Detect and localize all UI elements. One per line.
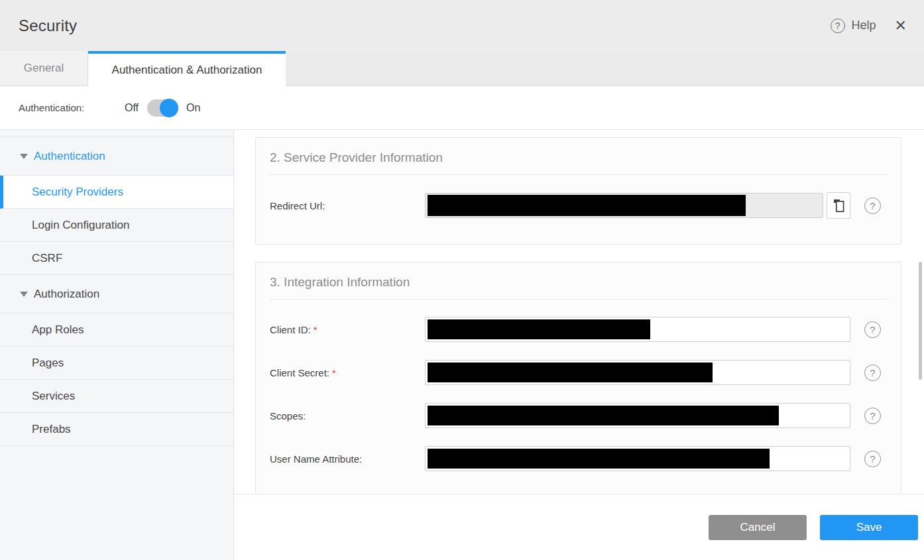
help-button[interactable]: ? Help bbox=[831, 19, 876, 33]
section-title: 2. Service Provider Information bbox=[270, 138, 887, 165]
chevron-down-icon bbox=[20, 154, 28, 159]
copy-icon bbox=[833, 199, 844, 213]
field-label: Scopes: bbox=[270, 410, 425, 421]
tab-general[interactable]: General bbox=[0, 51, 88, 85]
chevron-down-icon bbox=[20, 292, 28, 297]
field-label: Client ID:* bbox=[270, 324, 425, 335]
sidebar-list: Authentication Security Providers Login … bbox=[0, 137, 233, 446]
section-divider bbox=[270, 299, 887, 300]
text-input[interactable] bbox=[425, 360, 850, 385]
redacted-value bbox=[428, 449, 770, 469]
field-label: Client Secret:* bbox=[270, 367, 425, 378]
save-button[interactable]: Save bbox=[820, 515, 918, 540]
sidebar: Authentication Security Providers Login … bbox=[0, 130, 234, 560]
footer-bar: Cancel Save bbox=[234, 494, 924, 560]
sidebar-item-authorization[interactable]: Authorization bbox=[0, 275, 233, 313]
redacted-value bbox=[428, 195, 746, 216]
redacted-value bbox=[428, 363, 713, 382]
section-fields: Redirect Url: ? bbox=[270, 192, 887, 219]
sidebar-item-label: Authentication bbox=[34, 150, 105, 163]
sidebar-item-label: App Roles bbox=[32, 323, 84, 337]
form-field-row: Redirect Url: ? bbox=[270, 192, 887, 219]
sidebar-item-authentication[interactable]: Authentication bbox=[0, 137, 233, 176]
sidebar-item-label: Login Configuration bbox=[32, 219, 129, 232]
redacted-value bbox=[428, 319, 650, 339]
security-dialog: Security ? Help ✕ General Authentication… bbox=[0, 0, 924, 560]
field-help-icon[interactable]: ? bbox=[864, 408, 881, 424]
form-field-row: Client ID:* ? bbox=[270, 317, 887, 342]
cancel-button[interactable]: Cancel bbox=[709, 515, 807, 540]
sidebar-item-security-providers[interactable]: Security Providers bbox=[0, 176, 233, 209]
form-field-row: User Name Attribute: ? bbox=[270, 446, 887, 471]
sidebar-item-csrf[interactable]: CSRF bbox=[0, 242, 233, 275]
sidebar-item-pages[interactable]: Pages bbox=[0, 347, 233, 380]
sidebar-item-label: Prefabs bbox=[32, 423, 71, 436]
field-help-icon[interactable]: ? bbox=[864, 364, 881, 381]
sidebar-item-services[interactable]: Services bbox=[0, 380, 233, 413]
field-help-icon[interactable]: ? bbox=[864, 451, 881, 467]
sidebar-item-prefabs[interactable]: Prefabs bbox=[0, 413, 233, 446]
section-fields: Client ID:* ? Client Secret:* ? Scopes: … bbox=[270, 317, 887, 471]
required-asterisk: * bbox=[332, 367, 336, 378]
settings-scroll-area: 2. Service Provider Information Redirect… bbox=[234, 130, 924, 494]
sidebar-item-label: Services bbox=[32, 390, 75, 403]
tab-authentication-authorization[interactable]: Authentication & Authorization bbox=[88, 51, 286, 86]
copy-button[interactable] bbox=[827, 192, 850, 219]
authentication-toggle-label: Authentication: bbox=[19, 102, 125, 113]
required-asterisk: * bbox=[314, 324, 318, 335]
sidebar-item-label: Authorization bbox=[34, 288, 99, 301]
authentication-toggle-row: Authentication: Off On bbox=[0, 86, 924, 130]
field-help-icon[interactable]: ? bbox=[864, 321, 881, 338]
form-field-row: Scopes: ? bbox=[270, 403, 887, 428]
tab-bar: General Authentication & Authorization bbox=[0, 51, 924, 86]
sidebar-item-login-configuration[interactable]: Login Configuration bbox=[0, 209, 233, 242]
question-circle-icon: ? bbox=[831, 19, 845, 33]
field-help-icon[interactable]: ? bbox=[864, 197, 881, 214]
text-input[interactable] bbox=[425, 446, 850, 471]
settings-section: 2. Service Provider Information Redirect… bbox=[255, 137, 901, 245]
sidebar-item-label: CSRF bbox=[32, 252, 62, 265]
text-input[interactable] bbox=[425, 193, 823, 218]
toggle-off-label: Off bbox=[125, 102, 139, 114]
switch-knob bbox=[160, 99, 178, 117]
section-divider bbox=[270, 174, 887, 175]
vertical-scrollbar[interactable] bbox=[919, 262, 922, 380]
dialog-body: Authentication Security Providers Login … bbox=[0, 130, 924, 560]
field-label: Redirect Url: bbox=[270, 200, 425, 211]
text-input[interactable] bbox=[425, 403, 850, 428]
sidebar-item-app-roles[interactable]: App Roles bbox=[0, 313, 233, 347]
dialog-header: Security ? Help ✕ bbox=[0, 0, 924, 51]
settings-section: 3. Integration Information Client ID:* ?… bbox=[255, 262, 901, 494]
field-label: User Name Attribute: bbox=[270, 453, 425, 465]
sidebar-item-label: Security Providers bbox=[32, 186, 123, 199]
redacted-value bbox=[428, 406, 779, 425]
close-icon[interactable]: ✕ bbox=[895, 19, 907, 33]
header-actions: ? Help ✕ bbox=[831, 19, 907, 33]
text-input[interactable] bbox=[425, 317, 850, 342]
sidebar-item-label: Pages bbox=[32, 357, 64, 370]
help-label: Help bbox=[852, 19, 876, 32]
authentication-switch[interactable] bbox=[147, 99, 178, 117]
main-content: 2. Service Provider Information Redirect… bbox=[234, 130, 924, 560]
page-title: Security bbox=[19, 17, 77, 35]
section-title: 3. Integration Information bbox=[270, 262, 887, 290]
toggle-on-label: On bbox=[186, 102, 200, 114]
form-field-row: Client Secret:* ? bbox=[270, 360, 887, 385]
